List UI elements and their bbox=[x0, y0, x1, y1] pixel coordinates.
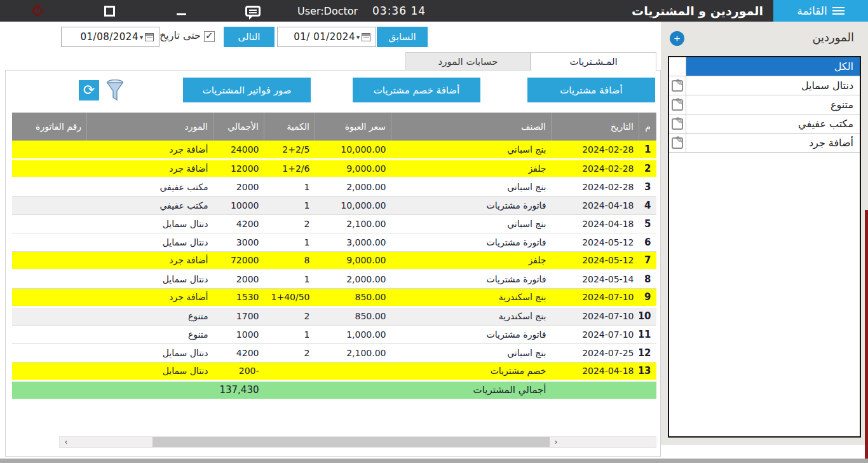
col-qty[interactable]: الكمية bbox=[264, 113, 315, 141]
add-purchase-discount-button[interactable]: أضافة خصم مشتريات bbox=[353, 78, 480, 102]
window-bottom-edge bbox=[0, 459, 868, 463]
scrollbar-thumb[interactable] bbox=[153, 437, 550, 447]
table-row[interactable]: 12024-02-28بنج اسباني10,000.002+2/524000… bbox=[12, 141, 656, 159]
table-row[interactable]: 112024-07-10فاتورة مشتريات1,000.0011000م… bbox=[12, 325, 656, 343]
cell-invoice bbox=[12, 343, 87, 362]
calendar-icon bbox=[362, 33, 370, 41]
cell-supplier: دنتال سمايل bbox=[87, 343, 214, 362]
cell-supplier: دنتال سمايل bbox=[87, 214, 214, 233]
cell-date: 2024-05-14 bbox=[552, 270, 639, 288]
cell-invoice bbox=[12, 159, 87, 177]
col-date[interactable]: التاريخ bbox=[552, 113, 639, 141]
message-icon[interactable] bbox=[240, 0, 266, 22]
maximize-icon[interactable] bbox=[98, 0, 120, 22]
end-date-picker[interactable]: ▾ 01/08/2024 bbox=[61, 27, 159, 47]
scroll-right-arrow[interactable]: › bbox=[550, 437, 562, 447]
supplier-list-item[interactable]: دنتال سمايل bbox=[669, 76, 860, 95]
supplier-list-item[interactable]: مكتب عفيفي bbox=[669, 114, 860, 134]
cell-item: فاتورة مشتريات bbox=[391, 270, 552, 288]
cell-n: 11 bbox=[639, 325, 656, 343]
cell-invoice bbox=[12, 362, 87, 380]
cell-qty: 2 bbox=[264, 343, 315, 362]
horizontal-scrollbar[interactable]: ‹ › bbox=[59, 436, 656, 448]
menu-button[interactable]: القائمة bbox=[773, 0, 868, 22]
pencil-icon bbox=[672, 99, 683, 111]
supplier-list-item[interactable]: أضافة جرد bbox=[669, 134, 860, 153]
empty-icon-cell bbox=[669, 57, 686, 76]
cell-n: 3 bbox=[639, 177, 656, 196]
start-date-picker[interactable]: ▾ 01/ 01/2024 bbox=[277, 27, 376, 47]
supplier-list-item[interactable]: الكل bbox=[669, 57, 860, 76]
edit-icon[interactable] bbox=[669, 134, 686, 152]
supplier-list-item[interactable]: متنوع bbox=[669, 95, 860, 114]
cell-n: 4 bbox=[639, 196, 656, 214]
cell-qty: 1 bbox=[264, 196, 315, 214]
filter-icon bbox=[105, 79, 125, 101]
cell-total: 24000 bbox=[214, 141, 264, 159]
cell-price: 850.00 bbox=[315, 307, 391, 325]
suppliers-sidebar: الموردين + الكلدنتال سمايلمتنوعمكتب عفيف… bbox=[661, 22, 868, 445]
add-purchases-button[interactable]: أضافة مشتريات bbox=[527, 78, 655, 102]
cell-price: 9,000.00 bbox=[315, 251, 391, 270]
minimize-icon[interactable] bbox=[170, 0, 192, 22]
table-row[interactable]: 62024-05-12فاتورة مشتريات3,000.0013000دن… bbox=[12, 233, 656, 251]
table-row[interactable]: 122024-07-25بنج اسباني2,100.0024200دنتال… bbox=[12, 343, 656, 362]
tab-supplier-accounts[interactable]: حسابات المورد bbox=[405, 52, 531, 71]
power-icon-glyph bbox=[32, 6, 43, 16]
col-total[interactable]: الأجمالي bbox=[214, 113, 264, 141]
table-row[interactable]: 72024-05-12جلفز9,000.00872000أضافة جرد bbox=[12, 251, 656, 270]
cell-supplier: متنوع bbox=[87, 307, 214, 325]
table-row[interactable]: 52024-04-18بنج اسباني2,100.0024200دنتال … bbox=[12, 214, 656, 233]
cell-price: 10,000.00 bbox=[315, 196, 391, 214]
filter-button[interactable] bbox=[103, 79, 125, 102]
scroll-left-arrow[interactable]: ‹ bbox=[60, 437, 72, 447]
until-date-checkbox[interactable] bbox=[204, 31, 215, 42]
cell-qty: 1 bbox=[264, 177, 315, 196]
purchase-invoice-images-button[interactable]: صور فواتير المشتريات bbox=[183, 78, 311, 102]
edit-icon[interactable] bbox=[669, 95, 686, 114]
col-price[interactable]: سعر العبوة bbox=[315, 113, 391, 141]
clock-label: 03:36 14 bbox=[372, 0, 426, 22]
table-row[interactable]: 32024-02-28بنج اسباني2,000.0012000مكتب ع… bbox=[12, 177, 656, 196]
table-row[interactable]: 102024-07-10بنج اسكندرية850.0021700متنوع bbox=[12, 307, 656, 325]
cell-n: 2 bbox=[639, 159, 656, 177]
edit-icon[interactable] bbox=[669, 76, 686, 95]
refresh-button[interactable]: ⟳ bbox=[79, 80, 99, 100]
table-row[interactable]: 42024-04-18فاتورة مشتريات10,000.00110000… bbox=[12, 196, 656, 214]
cell-total: 2000 bbox=[214, 270, 264, 288]
tab-purchases[interactable]: المـشـتريات bbox=[531, 52, 656, 71]
table-row[interactable]: 132024-04-18خصم مشتريات200-دنتال سمايل bbox=[12, 362, 656, 380]
cell-price: 2,000.00 bbox=[315, 177, 391, 196]
cell-item: بنج اسباني bbox=[391, 343, 552, 362]
cell-item: بنج اسباني bbox=[391, 177, 552, 196]
cell-total: 10000 bbox=[214, 196, 264, 214]
col-item[interactable]: الصنف bbox=[391, 113, 552, 141]
col-supplier[interactable]: المورد bbox=[87, 113, 214, 141]
cell-supplier: أضافة جرد bbox=[87, 288, 214, 307]
cell-supplier: دنتال سمايل bbox=[87, 270, 214, 288]
col-number[interactable]: م bbox=[639, 113, 656, 141]
cell-invoice bbox=[12, 141, 87, 159]
cell-n: 5 bbox=[639, 214, 656, 233]
cell-date: 2024-04-18 bbox=[552, 196, 639, 214]
cell-price: 850.00 bbox=[315, 288, 391, 307]
totals-row: أجمالي المشتريات 137,430 bbox=[12, 380, 656, 399]
col-invoice[interactable]: رقم الفاتورة bbox=[12, 113, 87, 141]
date-dropdown-icon[interactable]: ▾ bbox=[356, 34, 360, 41]
cell-total: 72000 bbox=[214, 251, 264, 270]
cell-qty: 1 bbox=[264, 233, 315, 251]
cell-item: بنج اسباني bbox=[391, 214, 552, 233]
previous-button[interactable]: السابق bbox=[377, 27, 428, 47]
table-row[interactable]: 22024-02-28جلفز9,000.001+2/612000أضافة ج… bbox=[12, 159, 656, 177]
next-button[interactable]: التالى bbox=[224, 27, 275, 47]
add-supplier-button[interactable]: + bbox=[670, 31, 684, 46]
table-row[interactable]: 82024-05-14فاتورة مشتريات2,000.0012000دن… bbox=[12, 270, 656, 288]
cell-date: 2024-05-12 bbox=[552, 251, 639, 270]
edit-icon[interactable] bbox=[669, 114, 686, 133]
cell-date: 2024-07-25 bbox=[552, 343, 639, 362]
power-icon[interactable] bbox=[27, 0, 48, 22]
date-dropdown-icon[interactable]: ▾ bbox=[140, 34, 143, 41]
table-row[interactable]: 92024-07-10بنج اسكندرية850.001+40/501530… bbox=[12, 288, 656, 307]
cell-total: 1700 bbox=[214, 307, 264, 325]
vertical-scrollbar-thumb[interactable] bbox=[865, 210, 868, 459]
